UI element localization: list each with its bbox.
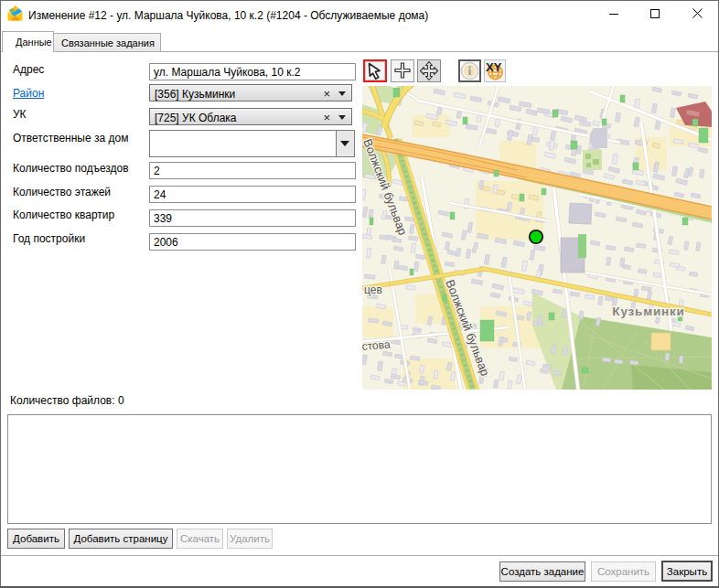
svg-text:стова: стова	[362, 337, 391, 353]
svg-text:XY: XY	[486, 60, 502, 74]
svg-text:Кузьминки: Кузьминки	[612, 305, 684, 318]
svg-text:цев: цев	[364, 283, 382, 296]
